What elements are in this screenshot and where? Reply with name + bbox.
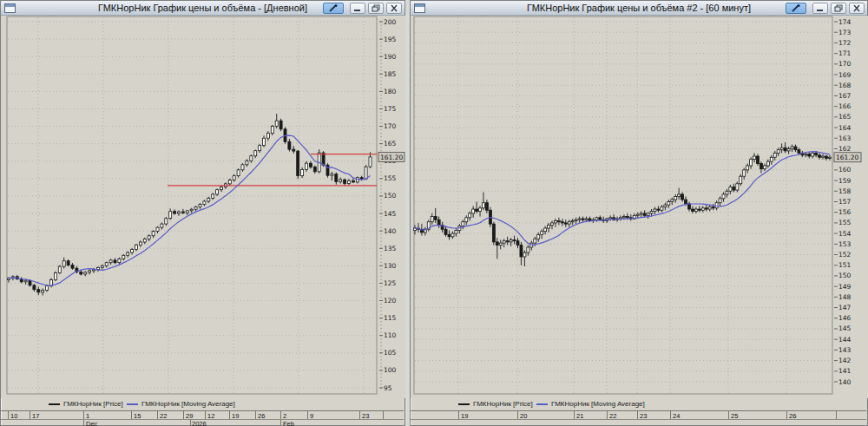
plot-area (7, 16, 377, 394)
x-axis-separator (359, 411, 360, 419)
close-button[interactable] (849, 3, 865, 14)
ma-line-swatch (127, 403, 138, 405)
window-icon (4, 3, 16, 13)
month-separator (280, 420, 281, 426)
minimize-button[interactable] (812, 3, 828, 14)
y-tick-label: 125 (384, 279, 397, 287)
y-tick-label: 140 (384, 227, 397, 235)
x-axis-daily[interactable]: 101711522291219262923 Dec2026Feb (1, 410, 404, 426)
y-axis: 1741731721711701691681671661651641631621… (834, 18, 852, 386)
pin-icon (791, 3, 801, 13)
close-icon (852, 4, 861, 12)
y-tick-label: 167 (838, 92, 852, 100)
legend-ma-label: ГМКНорНик [Moving Average] (141, 400, 235, 408)
chart-window-daily: ГМКНорНик График цены и объёма - [Дневно… (0, 0, 405, 426)
y-tick-label: 152 (838, 251, 852, 259)
y-tick-label: 144 (838, 336, 852, 344)
y-tick-label: 135 (384, 245, 397, 252)
month-label: Dec (86, 420, 97, 426)
y-tick-label: 141 (838, 367, 852, 375)
month-label: 2026 (192, 420, 207, 426)
candles-layer (414, 142, 832, 266)
last-price-marker: 161.20 (834, 153, 861, 162)
x-axis-separator (836, 411, 837, 419)
y-tick-label: 148 (838, 293, 852, 301)
x-tick-label: 19 (461, 412, 468, 420)
x-tick-label: 19 (232, 412, 239, 420)
minimize-button[interactable] (350, 3, 365, 14)
y-tick-label: 162 (838, 145, 852, 153)
y-tick-label: 115 (384, 314, 397, 322)
y-tick-label: 170 (838, 60, 852, 68)
x-axis-separator (517, 411, 518, 419)
x-axis-separator (229, 411, 230, 419)
x-axis-separator (458, 411, 459, 419)
y-tick-label: 151 (838, 261, 852, 269)
restore-icon (372, 4, 380, 12)
legend-item-price: ГМКНорНик [Price] (458, 400, 533, 408)
legend-item-ma: ГМКНорНик [Moving Average] (536, 400, 645, 408)
window-icon (414, 3, 425, 13)
y-tick-label: 150 (838, 272, 852, 279)
chart-canvas-hourly[interactable]: 1741731721711701691681671661651641631621… (411, 16, 868, 398)
x-tick-label: 23 (362, 412, 369, 420)
y-axis: 2001951901851801751701651601551501451401… (379, 18, 397, 392)
x-axis-separator (83, 411, 84, 419)
minimize-icon (816, 4, 825, 12)
x-axis-separator (607, 411, 608, 419)
title-bar[interactable]: ГМКНорНик График цены и объёма #2 - [60 … (411, 1, 867, 16)
y-tick-label: 157 (838, 198, 852, 206)
grid (415, 17, 832, 393)
x-tick-label: 26 (789, 412, 796, 420)
x-axis-separator (183, 411, 184, 419)
restore-button[interactable] (831, 3, 846, 14)
y-tick-label: 175 (384, 105, 397, 113)
x-tick-label: 20 (520, 412, 527, 420)
y-tick-label: 164 (838, 124, 852, 132)
y-tick-label: 170 (384, 122, 397, 130)
y-tick-label: 165 (384, 140, 397, 147)
x-tick-label: 25 (731, 412, 738, 420)
close-icon (390, 4, 398, 12)
x-axis-hourly[interactable]: 1920212223242526 (411, 410, 866, 426)
y-tick-label: 153 (838, 240, 852, 248)
x-axis-separator (255, 411, 256, 419)
y-tick-label: 165 (838, 113, 852, 121)
y-tick-label: 120 (384, 297, 397, 305)
x-axis-separator (574, 411, 575, 419)
y-tick-label: 155 (838, 219, 852, 226)
minimize-icon (353, 4, 362, 12)
y-tick-label: 163 (838, 134, 852, 142)
pin-button[interactable] (786, 3, 806, 14)
x-tick-label: 1 (86, 412, 89, 420)
last-price-marker: 161.20 (378, 152, 404, 161)
restore-button[interactable] (368, 3, 384, 14)
x-axis-separator (728, 411, 729, 419)
trading-workspace: ГМКНорНик График цены и объёма - [Дневно… (0, 0, 868, 426)
legend-item-ma: ГМКНорНик [Moving Average] (127, 400, 235, 408)
y-tick-label: 147 (838, 304, 852, 311)
month-separator (190, 420, 191, 426)
x-axis-separator (637, 411, 638, 419)
x-axis-separator (131, 411, 132, 419)
pin-button[interactable] (323, 3, 344, 14)
y-tick-label: 185 (384, 70, 397, 78)
pin-icon (328, 3, 339, 13)
y-tick-label: 143 (838, 346, 852, 354)
x-tick-label: 10 (10, 412, 17, 420)
chart-canvas-daily[interactable]: 2001951901851801751701651601551501451401… (1, 16, 405, 398)
y-tick-label: 166 (838, 102, 852, 110)
candles-layer (8, 114, 372, 295)
x-tick-label: 22 (609, 412, 616, 420)
price-line-swatch (458, 403, 470, 405)
x-tick-label: 23 (640, 412, 647, 420)
y-tick-label: 105 (384, 349, 397, 357)
legend-ma-label: ГМКНорНик [Moving Average] (551, 400, 645, 408)
grid (8, 17, 376, 393)
title-bar[interactable]: ГМКНорНик График цены и объёма - [Дневно… (1, 1, 404, 16)
y-tick-label: 140 (838, 378, 852, 386)
x-tick-label: 12 (207, 412, 214, 420)
x-tick-label: 17 (32, 412, 39, 420)
x-tick-label: 9 (310, 412, 313, 420)
close-button[interactable] (386, 3, 402, 14)
